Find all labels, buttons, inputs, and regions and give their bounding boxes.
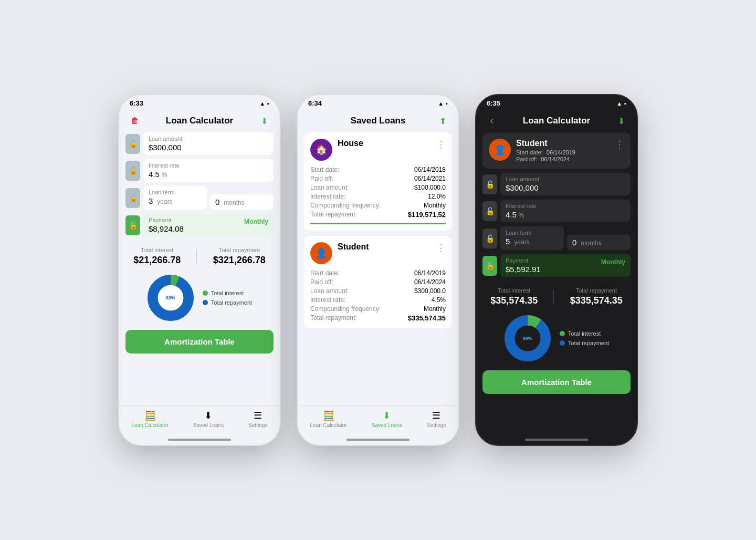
student-amount-value: $300,000.0	[398, 287, 446, 295]
donut-chart-3: 89%	[504, 315, 551, 362]
scroll-area-1[interactable]: 🔓 Loan amount $300,000 🔓 Interest rate 4…	[119, 132, 280, 405]
legend-interest-label-3: Total interest	[568, 330, 601, 337]
tab-settings-label-2: Settings	[427, 422, 446, 428]
home-indicator-2	[346, 439, 410, 441]
legend-repayment-dot-1	[203, 300, 208, 305]
scroll-area-2[interactable]: 🏠 House ⋮ Start date: 06/14/2018 Paid of…	[298, 132, 458, 405]
chart-area-1: 93% Total interest Total repayment	[125, 270, 274, 328]
summary-divider-3	[553, 289, 554, 304]
house-card-header: 🏠 House ⋮	[310, 139, 446, 161]
legend-repayment-item-1: Total repayment	[203, 299, 252, 306]
total-interest-label: Total interest	[133, 247, 181, 253]
tab-settings-2[interactable]: ☰ Settings	[427, 410, 446, 428]
status-icons-2: ▲ ▪	[438, 100, 448, 107]
interest-rate-label-3: Interest rate	[506, 203, 625, 209]
student-name-3: Student	[516, 139, 610, 148]
share-button-2[interactable]: ⬆	[435, 113, 450, 128]
student-card-header: 👤 Student ⋮	[310, 242, 446, 264]
loan-amount-value-3: $300,000	[506, 183, 625, 192]
lock-icon-interest-3: 🔓	[482, 201, 497, 221]
student-header-card: 👤 Student Start date: 06/14/2019 Paid of…	[482, 132, 631, 169]
payment-row-3: 🔓 Payment $5,592.91 Monthly	[482, 254, 631, 277]
loan-term-months-field-3[interactable]: 0 months	[567, 235, 631, 250]
loan-term-field[interactable]: Loan term 3 years	[143, 186, 207, 210]
loan-term-months-label-3: months	[581, 240, 601, 247]
house-more-button[interactable]: ⋮	[436, 139, 446, 150]
loan-amount-value: $300,000	[149, 143, 268, 152]
legend-interest-item-1: Total interest	[203, 290, 252, 296]
total-interest-label-3: Total interest	[490, 287, 538, 294]
loan-term-row-3: 🔓 Loan term 5 years 0 months	[482, 226, 631, 250]
student-start-value: 06/14/2019	[398, 269, 446, 277]
house-info: House	[338, 139, 363, 148]
status-icons-3: ▲ ▪	[616, 100, 626, 107]
interest-rate-row-3: 🔓 Interest rate 4.5 %	[482, 200, 631, 222]
loan-term-months-label: months	[224, 199, 244, 206]
loan-amount-field[interactable]: Loan amount $300,000	[143, 132, 274, 155]
tab-settings-label-1: Settings	[248, 422, 267, 428]
house-avatar: 🏠	[310, 139, 332, 161]
student-details: Start date: 06/14/2019 Paid off: 06/14/2…	[310, 269, 446, 322]
lock-icon-term-3: 🔓	[482, 229, 497, 248]
battery-icon: ▪	[267, 100, 269, 107]
amortization-button-3[interactable]: Amortization Table	[482, 370, 631, 394]
total-repayment-value: $321,266.78	[213, 255, 266, 266]
lock-icon-loan-amount: 🔓	[125, 134, 140, 154]
scroll-area-3[interactable]: 👤 Student Start date: 06/14/2019 Paid of…	[476, 132, 637, 437]
interest-rate-suffix-3: %	[519, 212, 524, 219]
tab-loan-calculator-2[interactable]: 🧮 Loan Calculator	[310, 410, 347, 428]
student-paidoff-label: Paid off:	[310, 278, 390, 286]
loan-amount-field-3[interactable]: Loan amount $300,000	[500, 173, 631, 195]
loan-amount-label-3: Loan amount	[506, 176, 625, 182]
status-time-2: 6:34	[308, 99, 322, 107]
download-button-1[interactable]: ⬇	[257, 113, 271, 128]
battery-icon-3: ▪	[624, 100, 626, 107]
phone-3-loan-calculator-dark: 6:35 ▲ ▪ ‹ Loan Calculator ⬇ 👤 Student S…	[475, 94, 638, 446]
student-repayment-label: Total repayment:	[310, 314, 390, 322]
loan-term-years-value-3: 5	[506, 237, 510, 246]
house-repayment-label: Total repayment:	[310, 211, 390, 219]
tab-saved-loans-label-2: Saved Loans	[372, 422, 402, 428]
home-indicator-3	[525, 439, 588, 441]
amortization-button-1[interactable]: Amortization Table	[125, 330, 274, 354]
house-freq-value: Monthly	[398, 202, 446, 209]
student-start-value-3: 06/14/2019	[547, 149, 575, 155]
tab-saved-loans-1[interactable]: ⬇ Saved Loans	[193, 410, 224, 428]
phone-1-loan-calculator: 6:33 ▲ ▪ 🗑 Loan Calculator ⬇ 🔓 Loan amou…	[118, 94, 281, 446]
status-icons-1: ▲ ▪	[259, 100, 269, 107]
loan-term-months-field[interactable]: 0 months	[210, 194, 274, 210]
interest-rate-row: 🔓 Interest rate 4.5 %	[125, 159, 274, 182]
house-paidoff-label: Paid off:	[310, 175, 390, 182]
interest-rate-field[interactable]: Interest rate 4.5 %	[143, 159, 274, 182]
legend-repayment-label-3: Total repayment	[568, 340, 609, 346]
tab-bar-1: 🧮 Loan Calculator ⬇ Saved Loans ☰ Settin…	[119, 405, 280, 437]
house-repayment-value: $119,571.52	[398, 211, 446, 219]
total-repayment-item: Total repayment $321,266.78	[213, 247, 266, 266]
header-title-1: Loan Calculator	[166, 116, 233, 126]
house-title: House	[338, 139, 363, 148]
settings-icon-1: ☰	[254, 410, 262, 421]
student-more-button-3[interactable]: ⋮	[615, 139, 624, 150]
house-rate-label: Interest rate:	[310, 193, 390, 200]
student-info: Student	[338, 242, 369, 252]
home-indicator-1	[168, 439, 231, 441]
loan-term-field-3[interactable]: Loan term 5 years	[500, 226, 564, 250]
lock-icon-payment-3: 🔓	[482, 256, 497, 276]
interest-rate-field-3[interactable]: Interest rate 4.5 %	[500, 200, 631, 222]
student-loan-card: 👤 Student ⋮ Start date: 06/14/2019 Paid …	[304, 236, 452, 328]
payment-field[interactable]: Payment $8,924.08 Monthly	[143, 214, 274, 236]
student-more-button[interactable]: ⋮	[436, 242, 446, 254]
legend-repayment-item-3: Total repayment	[560, 340, 609, 346]
payment-field-3[interactable]: Payment $5,592.91 Monthly	[500, 254, 631, 277]
payment-frequency-3: Monthly	[601, 258, 625, 266]
trash-button[interactable]: 🗑	[128, 113, 142, 128]
student-freq-label: Compounding frequency:	[310, 305, 390, 313]
house-amount-value: $100,000.0	[398, 184, 446, 191]
total-repayment-item-3: Total repayment $335,574.35	[570, 287, 623, 306]
phone-2-saved-loans: 6:34 ▲ ▪ Saved Loans ⬆ 🏠 House ⋮ Start d…	[297, 94, 459, 446]
back-button-3[interactable]: ‹	[485, 113, 499, 128]
tab-settings-1[interactable]: ☰ Settings	[248, 410, 267, 428]
tab-saved-loans-2[interactable]: ⬇ Saved Loans	[372, 410, 402, 428]
download-button-3[interactable]: ⬇	[614, 113, 628, 128]
tab-loan-calculator-1[interactable]: 🧮 Loan Calculator	[132, 410, 169, 428]
